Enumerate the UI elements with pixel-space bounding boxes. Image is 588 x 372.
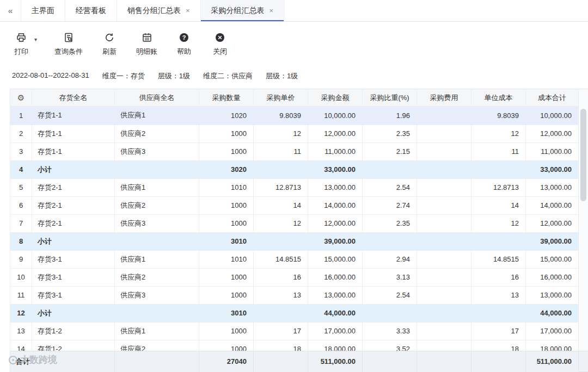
row-number[interactable]: 9 — [10, 250, 32, 268]
cell[interactable]: 14 — [471, 196, 526, 214]
cell[interactable]: 10,000.00 — [308, 107, 363, 125]
cell[interactable]: 供应商3 — [115, 142, 199, 160]
table-row[interactable]: 13存货1-2供应商110001717,000.003.331717,000.0… — [10, 322, 579, 340]
cell[interactable]: 存货2-1 — [32, 214, 115, 232]
cell[interactable] — [417, 232, 471, 250]
cell[interactable]: 17 — [471, 322, 526, 340]
close-tab-icon[interactable]: × — [186, 7, 190, 14]
query-conditions-button[interactable]: 查询条件 — [54, 32, 83, 57]
detail-ledger-button[interactable]: 明细账 — [136, 32, 157, 57]
collapse-tabs-icon[interactable]: « — [0, 0, 21, 21]
table-row[interactable]: 9存货3-1供应商1101014.851515,000.002.9414.851… — [10, 250, 579, 268]
row-number[interactable]: 10 — [10, 268, 32, 286]
cell[interactable] — [417, 268, 471, 286]
cell[interactable] — [254, 160, 308, 178]
cell[interactable]: 12,000.00 — [526, 125, 579, 142]
cell[interactable]: 供应商1 — [115, 322, 199, 340]
grid-body-viewport[interactable]: 1存货1-1供应商110209.803910,000.001.969.80391… — [10, 107, 588, 351]
cell[interactable]: 1010 — [199, 178, 254, 196]
tab-采购分组汇总表[interactable]: 采购分组汇总表× — [200, 0, 285, 21]
cell[interactable]: 12,000.00 — [526, 214, 579, 232]
scrollbar-thumb[interactable] — [580, 109, 586, 201]
cell[interactable]: 2.35 — [363, 125, 417, 142]
col-header-unit-price[interactable]: 采购单价 — [254, 89, 308, 107]
help-button[interactable]: ? 帮助 — [175, 32, 193, 57]
row-number[interactable]: 8 — [10, 232, 32, 250]
table-row[interactable]: 10存货3-1供应商210001616,000.003.131616,000.0… — [10, 268, 579, 286]
cell[interactable]: 39,000.00 — [308, 232, 363, 250]
col-header-cost-total[interactable]: 成本合计 — [526, 89, 579, 107]
cell[interactable] — [417, 214, 471, 232]
column-settings-icon[interactable]: ⚙ — [17, 93, 24, 102]
table-row[interactable]: 8小计301039,000.0039,000.00 — [10, 232, 579, 250]
cell[interactable]: 供应商2 — [115, 196, 199, 214]
cell[interactable]: 供应商1 — [115, 178, 199, 196]
table-row[interactable]: 1存货1-1供应商110209.803910,000.001.969.80391… — [10, 107, 579, 125]
row-number[interactable]: 6 — [10, 196, 32, 214]
cell[interactable] — [115, 160, 199, 178]
row-number[interactable]: 14 — [10, 340, 32, 351]
cell[interactable]: 存货1-2 — [32, 340, 115, 351]
cell[interactable]: 18 — [254, 340, 308, 351]
cell[interactable] — [417, 160, 471, 178]
cell[interactable]: 1.96 — [363, 107, 417, 125]
table-row[interactable]: 7存货2-1供应商310001212,000.002.351212,000.00 — [10, 214, 579, 232]
tab-销售分组汇总表[interactable]: 销售分组汇总表× — [117, 0, 200, 21]
cell[interactable] — [417, 178, 471, 196]
cell[interactable]: 3010 — [199, 304, 254, 322]
print-dropdown-icon[interactable]: ▾ — [34, 36, 37, 42]
row-number[interactable]: 1 — [10, 107, 32, 125]
cell[interactable]: 供应商2 — [115, 125, 199, 142]
cell[interactable]: 16,000.00 — [308, 268, 363, 286]
cell[interactable]: 存货3-1 — [32, 268, 115, 286]
cell[interactable]: 3010 — [199, 232, 254, 250]
cell[interactable]: 12,000.00 — [308, 125, 363, 142]
row-number[interactable]: 13 — [10, 322, 32, 340]
cell[interactable]: 供应商3 — [115, 214, 199, 232]
tab-经营看板[interactable]: 经营看板 — [65, 0, 117, 21]
cell[interactable]: 11 — [254, 142, 308, 160]
cell[interactable] — [417, 304, 471, 322]
table-row[interactable]: 4小计302033,000.0033,000.00 — [10, 160, 579, 178]
cell[interactable]: 39,000.00 — [526, 232, 579, 250]
cell[interactable] — [417, 196, 471, 214]
cell[interactable]: 1000 — [199, 340, 254, 351]
cell[interactable]: 13,000.00 — [308, 178, 363, 196]
cell[interactable] — [363, 304, 417, 322]
row-number[interactable]: 11 — [10, 286, 32, 304]
cell[interactable] — [417, 340, 471, 351]
cell[interactable] — [471, 304, 526, 322]
cell[interactable]: 存货1-2 — [32, 322, 115, 340]
close-button[interactable]: 关闭 — [211, 32, 229, 57]
cell[interactable]: 15,000.00 — [308, 250, 363, 268]
cell[interactable]: 10,000.00 — [526, 107, 579, 125]
cell[interactable]: 供应商3 — [115, 286, 199, 304]
cell[interactable]: 1000 — [199, 268, 254, 286]
table-row[interactable]: 5存货2-1供应商1101012.871313,000.002.5412.871… — [10, 178, 579, 196]
cell[interactable] — [363, 160, 417, 178]
cell[interactable] — [417, 125, 471, 142]
row-number[interactable]: 12 — [10, 304, 32, 322]
table-row[interactable]: 6存货2-1供应商210001414,000.002.741414,000.00 — [10, 196, 579, 214]
vertical-scrollbar[interactable] — [578, 89, 588, 351]
cell[interactable]: 14,000.00 — [308, 196, 363, 214]
col-header-proportion[interactable]: 采购比重(%) — [363, 89, 417, 107]
cell[interactable]: 2.54 — [363, 286, 417, 304]
cell[interactable]: 9.8039 — [254, 107, 308, 125]
cell[interactable]: 18 — [471, 340, 526, 351]
cell[interactable]: 2.94 — [363, 250, 417, 268]
cell[interactable]: 33,000.00 — [526, 160, 579, 178]
cell[interactable]: 13,000.00 — [526, 286, 579, 304]
cell[interactable]: 13 — [254, 286, 308, 304]
col-header-unit-cost[interactable]: 单位成本 — [471, 89, 526, 107]
cell[interactable]: 12 — [471, 125, 526, 142]
table-row[interactable]: 3存货1-1供应商310001111,000.002.151111,000.00 — [10, 142, 579, 160]
cell[interactable]: 供应商1 — [115, 107, 199, 125]
cell[interactable] — [471, 160, 526, 178]
cell[interactable]: 存货1-1 — [32, 107, 115, 125]
cell[interactable]: 12.8713 — [254, 178, 308, 196]
cell[interactable]: 3.52 — [363, 340, 417, 351]
row-number[interactable]: 4 — [10, 160, 32, 178]
cell[interactable]: 2.15 — [363, 142, 417, 160]
table-row[interactable]: 14存货1-2供应商210001818,000.003.521818,000.0… — [10, 340, 579, 351]
